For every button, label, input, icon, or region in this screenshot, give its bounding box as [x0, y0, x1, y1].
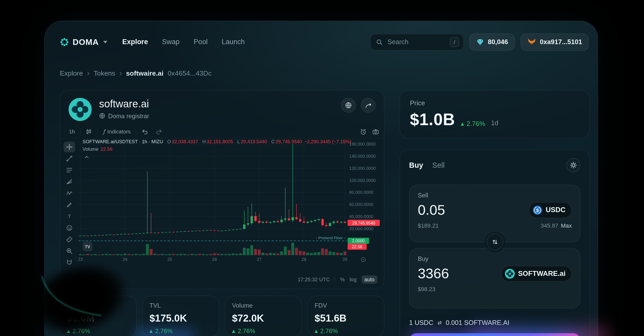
tool-magnet[interactable] — [63, 257, 75, 268]
rate-swap-icon — [437, 320, 442, 326]
tool-zoom[interactable] — [63, 246, 75, 257]
camera-icon[interactable] — [372, 128, 379, 135]
sell-amount-input[interactable]: 0.05 — [418, 202, 445, 218]
price-change: ▲ 2.76% — [461, 120, 485, 127]
indicators-button[interactable]: ƒ Indicators — [99, 126, 134, 137]
stat-label: Volume — [232, 302, 295, 309]
legend-collapse-icon[interactable] — [84, 155, 89, 159]
sell-usd-value: $189.21 — [418, 222, 439, 229]
tool-gann-fan[interactable] — [63, 176, 75, 187]
svg-text:140,000.0000: 140,000.0000 — [349, 154, 376, 159]
up-arrow-icon: ▲ — [315, 329, 318, 333]
trade-card: Buy Sell Sell 0.05 — [400, 149, 590, 336]
nav-item-launch[interactable]: Launch — [222, 38, 245, 46]
max-button[interactable]: Max — [561, 222, 572, 229]
candle-style-button[interactable] — [82, 126, 95, 137]
main-nav: Explore Swap Pool Launch — [122, 38, 245, 46]
tool-measure[interactable] — [63, 234, 75, 245]
svg-text:60,000.0000: 60,000.0000 — [349, 202, 373, 207]
trend-line-icon — [66, 155, 73, 162]
chevron-down-icon[interactable] — [103, 41, 107, 43]
range-selector[interactable]: 3m — [83, 277, 91, 282]
search-box[interactable]: / — [370, 34, 464, 50]
svg-text:$: $ — [536, 208, 539, 213]
tab-sell[interactable]: Sell — [432, 161, 445, 170]
svg-text:26: 26 — [212, 257, 217, 262]
svg-text:24: 24 — [123, 257, 127, 262]
tool-crosshair[interactable] — [63, 142, 75, 153]
chart-clock[interactable]: 17:25:32 UTC — [298, 277, 330, 282]
breadcrumb-tokens[interactable]: Tokens — [94, 69, 115, 77]
text-tool-icon: T — [66, 213, 73, 220]
sell-balance: 345.87 — [541, 222, 559, 229]
price-row: $1.0B ▲ 2.76% 1d — [410, 110, 580, 129]
exchange-rate-row[interactable]: 1 USDC 0.001 SOFTWARE.AI — [409, 319, 581, 327]
tradingview-logo[interactable]: TV — [83, 242, 92, 251]
search-icon — [376, 39, 383, 45]
chart-body: T — [60, 138, 384, 274]
redo-button[interactable] — [152, 126, 166, 137]
tool-trend-line[interactable] — [63, 153, 75, 164]
svg-text:29,745.9540: 29,745.9540 — [352, 221, 375, 225]
buy-amount-input[interactable]: 3366 — [418, 266, 449, 282]
tool-xabcd-pattern[interactable] — [63, 188, 75, 199]
legend-l-label: L — [237, 139, 240, 144]
nav-item-pool[interactable]: Pool — [194, 38, 207, 46]
rate-right: 0.001 SOFTWARE.AI — [446, 319, 510, 327]
tool-brush[interactable] — [63, 199, 75, 210]
up-arrow-icon: ▲ — [67, 329, 70, 333]
confirm-trade-button[interactable] — [409, 333, 581, 336]
tool-fib-retracement[interactable] — [63, 165, 75, 175]
price-chart[interactable]: SOFTWARE.ai/USDTEST · 1h · MIZU O32,038.… — [78, 138, 384, 274]
redo-icon — [156, 128, 163, 135]
website-button[interactable] — [341, 98, 356, 113]
nav-item-explore[interactable]: Explore — [122, 38, 148, 46]
top-navigation: DOMA Explore Swap Pool Launch / — [45, 21, 598, 51]
percent-scale-toggle[interactable]: % — [340, 277, 345, 282]
app-window: DOMA Explore Swap Pool Launch / — [44, 21, 598, 336]
auto-scale-toggle[interactable]: auto — [361, 275, 377, 284]
price-value: $1.0B — [410, 110, 455, 129]
points-value: 80,046 — [488, 38, 508, 46]
trade-settings-button[interactable] — [566, 158, 580, 172]
token-actions — [341, 98, 376, 113]
alert-clock-icon[interactable] — [360, 128, 367, 135]
swap-direction-button[interactable] — [487, 234, 503, 250]
tab-buy[interactable]: Buy — [409, 161, 423, 170]
buy-token-selector[interactable]: SOFTWARE.ai — [501, 266, 572, 282]
buy-usd-value: $98.23 — [418, 286, 436, 292]
token-avatar — [69, 98, 92, 121]
stat-value: $72.0K — [232, 313, 295, 324]
globe-icon — [99, 113, 105, 119]
undo-button[interactable] — [138, 126, 152, 137]
swap-arrows-icon — [492, 239, 498, 245]
stat-label: FDV — [315, 302, 377, 309]
bottom-divider — [335, 277, 335, 282]
interval-select[interactable]: 1h — [65, 126, 79, 137]
brush-icon — [66, 202, 73, 208]
log-scale-toggle[interactable]: log — [350, 277, 357, 282]
points-badge[interactable]: 80,046 — [469, 34, 515, 51]
breadcrumb: Explore › Tokens › softwaire.ai 0x4654..… — [60, 69, 589, 78]
svg-text:40,000.0000: 40,000.0000 — [349, 214, 373, 219]
up-arrow-icon: ▲ — [232, 329, 235, 333]
tool-emoji[interactable] — [63, 222, 75, 233]
brand-logo[interactable]: DOMA — [59, 37, 107, 47]
price-period[interactable]: 1d — [491, 119, 498, 127]
sell-panel-label: Sell — [418, 191, 572, 198]
candlestick-chart[interactable]: 160,000.0000140,000.0000120,000.0000100,… — [78, 138, 381, 263]
breadcrumb-explore[interactable]: Explore — [60, 69, 83, 77]
chart-toolbar-right — [360, 128, 379, 135]
svg-text:23: 23 — [78, 257, 83, 262]
chart-legend: SOFTWARE.ai/USDTEST · 1h · MIZU O32,038.… — [83, 139, 351, 144]
svg-text:T: T — [68, 214, 71, 219]
search-input[interactable] — [387, 38, 446, 46]
sell-token-selector[interactable]: $ USDC — [529, 202, 572, 218]
registrar-label: Doma registrar — [108, 112, 149, 119]
share-button[interactable] — [361, 98, 376, 113]
metamask-fox-icon — [527, 38, 536, 47]
nav-item-swap[interactable]: Swap — [162, 38, 180, 46]
legend-o-label: O — [167, 139, 171, 144]
wallet-button[interactable]: 0xa917...5101 — [520, 34, 589, 51]
tool-text[interactable]: T — [63, 211, 75, 222]
